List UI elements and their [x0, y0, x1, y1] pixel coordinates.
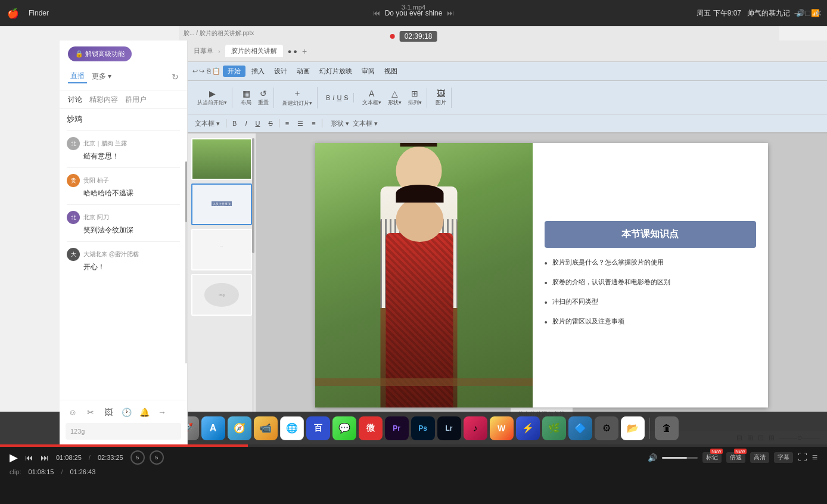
- undo-btn[interactable]: ↩: [192, 67, 198, 75]
- dock-finder2[interactable]: 📂: [621, 416, 645, 440]
- ribbon-kaishi[interactable]: 开始: [223, 66, 245, 77]
- ribbon-review[interactable]: 审阅: [358, 66, 378, 77]
- clip-sep: /: [61, 468, 63, 475]
- subtab-discussion[interactable]: 讨论: [68, 95, 82, 105]
- dock-chrome[interactable]: 🌐: [280, 416, 304, 440]
- dock-facetime[interactable]: 📹: [254, 416, 278, 440]
- video-content: 02:39:18 胶... / 胶片的相关讲解.pptx 🔒 解锁高级功能 直播…: [0, 26, 827, 444]
- window-controls: ─ □ ✕: [795, 0, 827, 26]
- ribbon-design[interactable]: 设计: [271, 66, 291, 77]
- dock-lr[interactable]: Lr: [437, 416, 461, 440]
- close-btn[interactable]: ✕: [815, 8, 822, 18]
- breadcrumb-file: 胶片的相关讲解.pptx: [200, 30, 254, 36]
- dock-weibo[interactable]: 微: [359, 416, 383, 440]
- arrange-btn[interactable]: ⊞ 排列▾: [406, 88, 424, 108]
- format-bold[interactable]: B: [230, 119, 239, 127]
- ribbon-insert[interactable]: 插入: [248, 66, 268, 77]
- menu-finder[interactable]: Finder: [29, 9, 49, 17]
- reset-btn[interactable]: ↺ 重置: [256, 88, 271, 108]
- tab-live[interactable]: 直播: [68, 70, 87, 83]
- tab-more[interactable]: 更多 ▾: [92, 71, 111, 82]
- image-btn[interactable]: 🖼: [101, 405, 116, 419]
- subtitle-btn[interactable]: 字幕: [774, 452, 793, 463]
- thumb3-content: ···: [192, 230, 251, 269]
- progress-fill: [0, 444, 248, 447]
- emoji-btn[interactable]: ☺: [66, 405, 80, 419]
- scissors-btn[interactable]: ✂: [83, 405, 98, 419]
- paste-btn[interactable]: 📋: [212, 67, 220, 75]
- slide-panel-scroll[interactable]: [252, 138, 254, 425]
- add-tab-btn[interactable]: +: [302, 46, 307, 56]
- subtab-highlights[interactable]: 精彩内容: [89, 95, 118, 105]
- ribbon-animation[interactable]: 动画: [293, 66, 313, 77]
- dock-premiere[interactable]: Pr: [385, 416, 409, 440]
- clock-btn[interactable]: 🕐: [119, 405, 133, 419]
- ribbon-view[interactable]: 视图: [381, 66, 401, 77]
- bullet-text-2: 胶卷的介绍，认识普通卷和电影卷的区别: [552, 277, 670, 287]
- prev-btn[interactable]: ⏮: [25, 453, 33, 462]
- slide-panel-scroll-thumb: [252, 138, 254, 253]
- align-center[interactable]: ☰: [295, 119, 306, 128]
- dock-thunder[interactable]: ⚡: [516, 416, 540, 440]
- fullscreen-btn[interactable]: ⛶: [798, 452, 807, 463]
- new-slide-btn[interactable]: ＋ 新建幻灯片▾: [280, 87, 315, 108]
- picture-btn[interactable]: 🖼 图片: [433, 88, 449, 108]
- format-strikethrough[interactable]: S: [266, 119, 275, 127]
- copy-btn[interactable]: ⎘: [207, 67, 211, 75]
- dock-wps[interactable]: W: [490, 416, 514, 440]
- layout-btn[interactable]: ▦ 布局: [238, 88, 254, 108]
- dock-music[interactable]: ♪: [464, 416, 487, 440]
- dock-settings[interactable]: ⚙: [595, 416, 618, 440]
- speed-btn[interactable]: 倍速 NEW: [726, 452, 745, 463]
- dock-safari[interactable]: 🧭: [228, 416, 251, 440]
- strikethrough-btn[interactable]: S: [344, 94, 348, 101]
- chat-input-box[interactable]: 123g: [66, 423, 181, 440]
- dock-app1[interactable]: 🌿: [542, 416, 566, 440]
- italic-btn[interactable]: I: [332, 94, 334, 101]
- more-btn[interactable]: →: [155, 405, 169, 419]
- next-btn[interactable]: ⏭: [41, 453, 49, 462]
- unlock-btn[interactable]: 🔒 解锁高级功能: [68, 46, 132, 61]
- more-ctrl-btn[interactable]: ≡: [812, 452, 817, 463]
- dock-baidu[interactable]: 百: [306, 416, 330, 440]
- ribbon-slideshow[interactable]: 幻灯片放映: [316, 66, 356, 77]
- bell-btn[interactable]: 🔔: [137, 405, 151, 419]
- sidebar-scroll[interactable]: [185, 161, 187, 363]
- slide-thumb-2[interactable]: 以及注意事项: [191, 183, 252, 225]
- format-underline[interactable]: U: [253, 119, 262, 127]
- dock-wechat[interactable]: 💬: [332, 416, 356, 440]
- align-left[interactable]: ≡: [283, 119, 291, 127]
- restore-btn[interactable]: □: [806, 8, 810, 18]
- volume-icon-ctrl[interactable]: 🔊: [648, 453, 657, 462]
- progress-bar-area[interactable]: [0, 444, 827, 447]
- underline-btn[interactable]: U: [337, 94, 341, 101]
- slide-thumb-3[interactable]: ···: [191, 229, 252, 270]
- quality-btn[interactable]: 高清: [750, 452, 769, 463]
- trash-icon: 🗑: [662, 423, 671, 434]
- font-selector[interactable]: 文本框 ▾: [192, 119, 222, 129]
- dock-ps[interactable]: Ps: [411, 416, 435, 440]
- song-prev-icon[interactable]: ⏮: [373, 9, 380, 17]
- play-btn[interactable]: ▶: [10, 451, 18, 464]
- volume-slider[interactable]: [662, 457, 698, 459]
- slide-thumb-1[interactable]: [191, 138, 252, 180]
- subtab-users[interactable]: 群用户: [125, 95, 147, 105]
- play-slide-btn[interactable]: ▶ 从当前开始▾: [195, 88, 229, 108]
- slide-thumb-4[interactable]: img: [191, 274, 252, 316]
- format-italic[interactable]: I: [242, 119, 249, 127]
- text-btn[interactable]: A 文本框▾: [360, 88, 384, 108]
- dock-app2[interactable]: 🔷: [568, 416, 592, 440]
- minimize-btn[interactable]: ─: [795, 8, 801, 18]
- slide-canvas[interactable]: 本节课知识点 • 胶片到底是什么？怎么掌握胶片的使用 • 胶卷的介绍，认识普通卷…: [315, 143, 768, 407]
- tag-btn[interactable]: 标记 NEW: [702, 452, 722, 463]
- screen-container: 🍎 Finder ⏮ Do you ever shine ⏭ 周五 下午9:07…: [0, 0, 827, 504]
- redo-btn[interactable]: ↪: [199, 67, 204, 75]
- song-next-icon[interactable]: ⏭: [447, 9, 454, 17]
- ppt-active-tab[interactable]: 胶片的相关讲解: [225, 45, 283, 57]
- dock-trash[interactable]: 🗑: [655, 416, 679, 440]
- shape-btn[interactable]: △ 形状▾: [385, 88, 404, 108]
- align-right[interactable]: ≡: [309, 119, 318, 127]
- sidebar-refresh-btn[interactable]: ↻: [172, 72, 179, 82]
- dock-appstore[interactable]: A: [201, 416, 225, 440]
- bold-btn[interactable]: B: [326, 94, 330, 101]
